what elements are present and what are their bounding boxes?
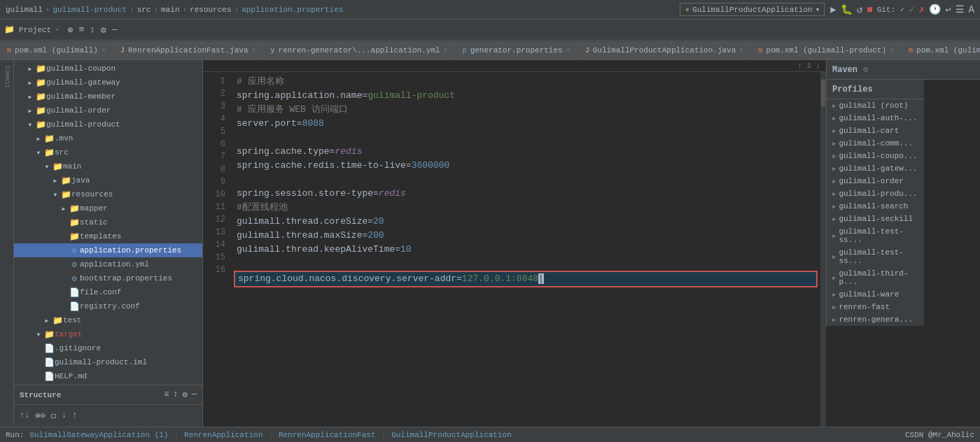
tab-close[interactable]: × — [890, 47, 894, 55]
tree-item-java[interactable]: ▶ 📁 java — [14, 173, 202, 187]
run-app-3[interactable]: RenrenApplicationFast — [279, 431, 376, 439]
tree-item-application-yml[interactable]: ⚙ application.yml — [14, 257, 202, 271]
sort-icon[interactable]: ≡ — [78, 24, 84, 35]
collapse-struct-icon[interactable]: ↕ — [173, 390, 178, 400]
tree-item-static[interactable]: 📁 static — [14, 215, 202, 229]
struct-icon-5[interactable]: ↑ — [72, 411, 77, 421]
settings-struct-icon[interactable]: ⚙ — [183, 390, 188, 400]
profile-item-test2[interactable]: ▶ gulimall-test-ss... — [827, 246, 924, 267]
tab-gulimall-app[interactable]: J GulimallProductApplication.java × — [578, 41, 752, 59]
run-app-2[interactable]: RenrenApplication — [184, 431, 262, 439]
tab-close[interactable]: × — [739, 47, 743, 55]
tree-item-test[interactable]: ▶ 📁 test — [14, 313, 202, 327]
struct-icon-2[interactable]: ⊕⊖ — [35, 411, 45, 421]
tree-item-target[interactable]: ▼ 📁 target — [14, 327, 202, 341]
tree-item-registry-conf[interactable]: 📄 registry.conf — [14, 299, 202, 313]
run-app-4[interactable]: GulimallProductApplication — [391, 431, 512, 439]
tree-item-resources[interactable]: ▼ 📁 resources — [14, 187, 202, 201]
tree-item-member[interactable]: ▶ 📁 gulimall-member — [14, 90, 202, 104]
profile-item-comm[interactable]: ▶ gulimall-comm... — [827, 137, 924, 150]
code-editor[interactable]: # 应用名称 spring.application.name=gulimall-… — [231, 72, 820, 427]
tab-pom-gulimall[interactable]: m pom.xml (gulimall) × — [0, 41, 113, 59]
profile-item-auth[interactable]: ▶ gulimall-auth-... — [827, 112, 924, 124]
tab-label: pom.xml (gulimall-product) — [766, 46, 886, 55]
profile-item-test1[interactable]: ▶ gulimall-test-ss... — [827, 225, 924, 246]
profile-item-coupon[interactable]: ▶ gulimall-coupo... — [827, 150, 924, 162]
scrollbar-thumb[interactable] — [821, 79, 825, 107]
tree-item-mvn[interactable]: ▶ 📁 .mvn — [14, 131, 202, 145]
tree-arrow: ▶ — [25, 94, 35, 100]
profile-item-third[interactable]: ▶ gulimall-third-p... — [827, 267, 924, 288]
profile-item-gateway[interactable]: ▶ gulimall-gatew... — [827, 162, 924, 175]
profile-item-renren-fast[interactable]: ▶ renren-fast — [827, 301, 924, 313]
tree-item-order[interactable]: ▶ 📁 gulimall-order — [14, 104, 202, 117]
tree-item-coupon[interactable]: ▶ 📁 gulimall-coupon — [14, 62, 202, 76]
tree-item-gitignore[interactable]: 📄 .gitignore — [14, 341, 202, 355]
tab-renren-fast[interactable]: J RenrenApplicationFast.java × — [113, 41, 264, 59]
vertical-scrollbar[interactable] — [820, 72, 826, 427]
breadcrumb-part-4[interactable]: main — [161, 6, 179, 14]
project-label[interactable]: Project — [19, 26, 51, 34]
profile-item-order[interactable]: ▶ gulimall-order — [827, 175, 924, 187]
breadcrumb-part-3[interactable]: src — [137, 6, 151, 14]
tab-pom-common[interactable]: m pom.xml (gulimall-common) × — [902, 41, 980, 59]
tree-item-src[interactable]: ▼ 📁 src — [14, 145, 202, 159]
tree-item-application-props[interactable]: ⚙ application.properties — [14, 243, 202, 257]
profile-item-root[interactable]: ▶ gulimall (root) — [827, 99, 924, 112]
tab-close[interactable]: × — [444, 47, 448, 55]
tree-item-product-iml[interactable]: 📄 gulimall-product.iml — [14, 355, 202, 369]
settings-icon[interactable]: ⚙ — [101, 24, 106, 36]
profile-item-renren-gen[interactable]: ▶ renren-genera... — [827, 313, 924, 326]
tab-close[interactable]: × — [566, 47, 570, 55]
project-dropdown-icon[interactable]: ▾ — [55, 26, 59, 34]
profile-item-cart[interactable]: ▶ gulimall-cart — [827, 124, 924, 137]
commit-icon[interactable]: Commit — [4, 63, 10, 91]
translate-icon[interactable]: A — [969, 4, 974, 15]
tree-item-main[interactable]: ▼ 📁 main — [14, 159, 202, 173]
folder-icon-target: 📁 — [43, 329, 55, 340]
profile-item-seckill[interactable]: ▶ gulimall-seckill — [827, 213, 924, 225]
maven-label[interactable]: Maven — [832, 65, 858, 75]
editor-content[interactable]: 1 2 3 4 5 6 7 8 9 10 11 12 13 14 15 16 #… — [203, 72, 826, 427]
run-app-1[interactable]: GulimallGatewayApplication (1) — [29, 431, 168, 439]
tree-item-bootstrap-props[interactable]: ⚙ bootstrap.properties — [14, 271, 202, 285]
profile-item-product[interactable]: ▶ gulimall-produ... — [827, 187, 924, 200]
tree-item-help[interactable]: 📄 HELP.md — [14, 369, 202, 383]
struct-icon-3[interactable]: ◻ — [51, 411, 56, 421]
tab-pom-product[interactable]: m pom.xml (gulimall-product) × — [751, 41, 902, 59]
stop-icon[interactable]: ■ — [867, 4, 872, 15]
app-selector[interactable]: ● GulimallProductApplication ▾ — [680, 3, 825, 16]
run-icon[interactable]: ▶ — [830, 3, 836, 15]
tab-close[interactable]: × — [252, 47, 256, 55]
tab-renren-gen[interactable]: y renren-generator\...application.yml × — [264, 41, 456, 59]
minimize-icon[interactable]: — — [112, 24, 118, 35]
struct-icon-4[interactable]: ↓ — [62, 411, 66, 421]
tree-item-product[interactable]: ▼ 📁 gulimall-product — [14, 117, 202, 131]
tree-item-gateway[interactable]: ▶ 📁 gulimall-gateway — [14, 76, 202, 90]
tree-arrow: ▶ — [25, 108, 35, 114]
tree-item-file-conf[interactable]: 📄 file.conf — [14, 285, 202, 299]
breadcrumb-part-5[interactable]: resources — [190, 6, 231, 14]
breadcrumb-part-2[interactable]: gulimall-product — [52, 6, 127, 14]
struct-icon-1[interactable]: ↑↓ — [20, 411, 29, 421]
clock-icon[interactable]: 🕐 — [929, 3, 941, 15]
profile-item-ware[interactable]: ▶ gulimall-ware — [827, 288, 924, 301]
maven-settings-icon[interactable]: ⚙ — [863, 64, 868, 75]
debug-icon[interactable]: 🐛 — [841, 3, 853, 15]
breadcrumb-part-6[interactable]: application.properties — [241, 6, 343, 14]
profile-item-search[interactable]: ▶ gulimall-search — [827, 200, 924, 213]
tree-item-mapper[interactable]: ▶ 📁 mapper — [14, 201, 202, 215]
breadcrumb-part-1[interactable]: gulimall — [6, 6, 43, 14]
reload-icon[interactable]: ↺ — [857, 3, 862, 15]
tab-gen-props[interactable]: p generator.properties × — [456, 41, 578, 59]
tab-label: pom.xml (gulimall-common) — [916, 46, 980, 55]
tab-close[interactable]: × — [102, 47, 106, 55]
tree-item-templates[interactable]: 📁 templates — [14, 229, 202, 243]
collapse-icon[interactable]: ↕ — [90, 24, 95, 35]
code-line-15[interactable]: spring.cloud.nacos.discovery.server-addr… — [234, 271, 818, 287]
minimize-struct-icon[interactable]: — — [192, 390, 197, 400]
settings-icon2[interactable]: ☰ — [955, 3, 965, 15]
scope-icon[interactable]: ⊕ — [68, 24, 74, 36]
undo-icon[interactable]: ↩ — [945, 3, 951, 15]
sort-struct-icon[interactable]: ≡ — [164, 390, 169, 400]
